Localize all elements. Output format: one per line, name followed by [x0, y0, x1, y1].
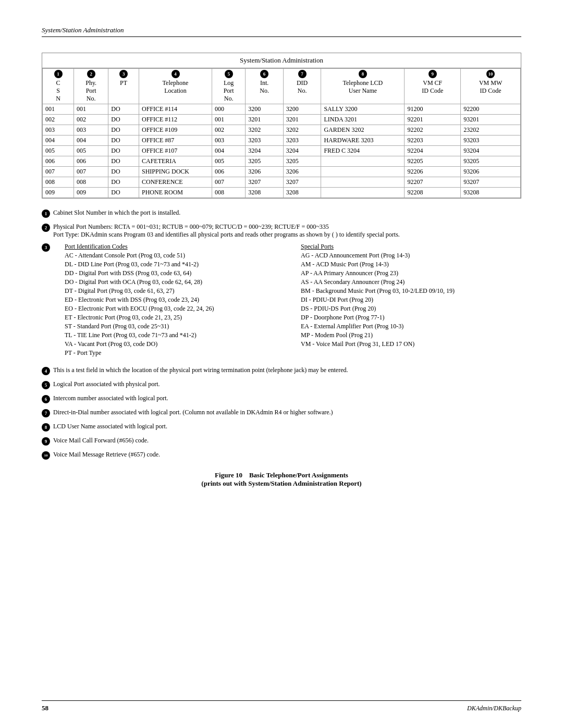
table-cell-col-3: DO [108, 188, 139, 198]
footnote-6: 6 Intercom number associated with logica… [42, 394, 521, 404]
table-title: System/Station Administration [42, 53, 521, 68]
fn3-special-item: AP - AA Primary Announcer (Prog 23) [301, 269, 521, 277]
fn3-special-item: AM - ACD Music Port (Prog 14-3) [301, 261, 521, 268]
fn3-code-item: DD - Digital Port with DSS (Prog 03, cod… [65, 269, 285, 277]
fn1-icon: 1 [42, 209, 50, 218]
fn3-code-item: EO - Electronic Port with EOCU (Prog 03,… [65, 305, 285, 313]
figure-caption: Figure 10 Basic Telephone/Port Assignmen… [42, 471, 521, 488]
table-cell-col-9: 92205 [405, 156, 461, 167]
table-cell-col-1: 002 [43, 115, 74, 125]
figure-number: Figure 10 [215, 471, 242, 479]
table-cell-col-4: CONFERENCE [139, 177, 212, 188]
table-cell-col-3: DO [108, 115, 139, 125]
table-cell-col-1: 003 [43, 125, 74, 135]
table-cell-col-6: 3200 [246, 104, 284, 115]
table-cell-col-7: 3201 [283, 115, 321, 125]
fn10-icon: 10 [42, 451, 50, 460]
fn3-code-item: DO - Digital Port with OCA (Prog 03, cod… [65, 278, 285, 286]
fn10-text: Voice Mail Message Retrieve (#657) code. [53, 451, 521, 459]
table-cell-col-9: 92201 [405, 115, 461, 125]
col-header-3: 3 PT [108, 69, 139, 104]
fn3-special-item: AG - ACD Announcement Port (Prog 14-3) [301, 252, 521, 260]
table-cell-col-2: 004 [74, 135, 108, 146]
table-cell-col-9: 91200 [405, 104, 461, 115]
table-cell-col-10: 23202 [461, 125, 521, 135]
table-cell-col-5: 006 [212, 167, 246, 177]
fn5-icon: 5 [42, 381, 50, 389]
fn4-icon: 4 [42, 367, 50, 375]
fn3-special-item: VM - Voice Mail Port (Prog 31, LED 17 ON… [301, 340, 521, 348]
fn7-icon: 7 [42, 409, 50, 417]
footnote-1: 1 Cabinet Slot Number in which the port … [42, 209, 521, 219]
table-cell-col-1: 005 [43, 146, 74, 156]
table-cell-col-7: 3206 [283, 167, 321, 177]
table-cell-col-4: OFFICE #112 [139, 115, 212, 125]
table-cell-col-5: 004 [212, 146, 246, 156]
table-header-row: 1 C S N 2 Phy. Port No. [43, 69, 521, 104]
table-cell-col-4: OFFICE #107 [139, 146, 212, 156]
fn3-special-item: DP - Doorphone Port (Prog 77-1) [301, 314, 521, 322]
table-row: 003003DOOFFICE #10900232023202GARDEN 320… [43, 125, 521, 135]
table-cell-col-1: 009 [43, 188, 74, 198]
footnote-section: 1 Cabinet Slot Number in which the port … [42, 209, 521, 461]
fn3-icon: 3 [42, 243, 50, 252]
footnote-4: 4 This is a test field in which the loca… [42, 366, 521, 376]
table-row: 006006DOCAFETERIA005320532059220593205 [43, 156, 521, 167]
fn3-header: Port Identification Codes [65, 243, 285, 251]
table-cell-col-3: DO [108, 135, 139, 146]
table-cell-col-8: LINDA 3201 [321, 115, 405, 125]
table-cell-col-7: 3203 [283, 135, 321, 146]
fn3-code-item: TL - TIE Line Port (Prog 03, code 71~73 … [65, 331, 285, 339]
table-cell-col-9: 92203 [405, 135, 461, 146]
col-header-9: 9 VM CF ID Code [405, 69, 461, 104]
fn3-left-col: Port Identification Codes AC - Attendant… [65, 243, 285, 358]
table-cell-col-5: 008 [212, 188, 246, 198]
fn6-icon: 6 [42, 395, 50, 403]
fn8-icon: 8 [42, 423, 50, 431]
fn2-line1: Physical Port Numbers: RCTA = 001~031; R… [53, 223, 521, 231]
page-header: System/Station Administration [42, 26, 521, 37]
figure-title-line1: Basic Telephone/Port Assignments [249, 471, 348, 479]
table-cell-col-1: 008 [43, 177, 74, 188]
table-cell-col-4: SHIPPING DOCK [139, 167, 212, 177]
footer-right: DKAdmin/DKBackup [467, 705, 521, 712]
table-cell-col-2: 006 [74, 156, 108, 167]
fn3-special-item: DI - PDIU-DI Port (Prog 20) [301, 296, 521, 304]
table-row: 005005DOOFFICE #10700432043204FRED C 320… [43, 146, 521, 156]
page-number: 58 [42, 704, 48, 712]
table-cell-col-10: 93201 [461, 115, 521, 125]
table-cell-col-10: 93206 [461, 167, 521, 177]
fn2-line2: Port Type: DKAdmin scans Program 03 and … [53, 231, 521, 239]
figure-title-line2: (prints out with System/Station Administ… [42, 479, 521, 488]
fn4-text: This is a test field in which the locati… [53, 366, 521, 374]
table-cell-col-8 [321, 156, 405, 167]
table-cell-col-4: CAFETERIA [139, 156, 212, 167]
page: System/Station Administration System/Sta… [0, 0, 563, 519]
table-cell-col-9: 92204 [405, 146, 461, 156]
fn3-special-header: Special Ports [301, 243, 521, 251]
footnote-5: 5 Logical Port associated with physical … [42, 380, 521, 390]
table-cell-col-5: 000 [212, 104, 246, 115]
fn3-special-item: AS - AA Secondary Announcer (Prog 24) [301, 278, 521, 286]
table-cell-col-2: 005 [74, 146, 108, 156]
table-cell-col-9: 92208 [405, 188, 461, 198]
footnote-10: 10 Voice Mail Message Retrieve (#657) co… [42, 451, 521, 461]
table-cell-col-3: DO [108, 177, 139, 188]
table-cell-col-9: 92207 [405, 177, 461, 188]
table-row: 001001DOOFFICE #11400032003200SALLY 3200… [43, 104, 521, 115]
table-cell-col-6: 3202 [246, 125, 284, 135]
col-header-5: 5 Log Port No. [212, 69, 246, 104]
table-cell-col-7: 3200 [283, 104, 321, 115]
table-cell-col-2: 001 [74, 104, 108, 115]
table-cell-col-10: 92200 [461, 104, 521, 115]
table-cell-col-8 [321, 188, 405, 198]
table-cell-col-5: 005 [212, 156, 246, 167]
table-cell-col-10: 93207 [461, 177, 521, 188]
page-footer: 58 DKAdmin/DKBackup [42, 700, 521, 712]
main-table-container: System/Station Administration 1 C S N [42, 53, 521, 199]
table-cell-col-8 [321, 177, 405, 188]
fn3-code-item: DL - DID Line Port (Prog 03, code 71~73 … [65, 261, 285, 268]
table-cell-col-6: 3206 [246, 167, 284, 177]
table-cell-col-2: 009 [74, 188, 108, 198]
table-cell-col-3: DO [108, 167, 139, 177]
